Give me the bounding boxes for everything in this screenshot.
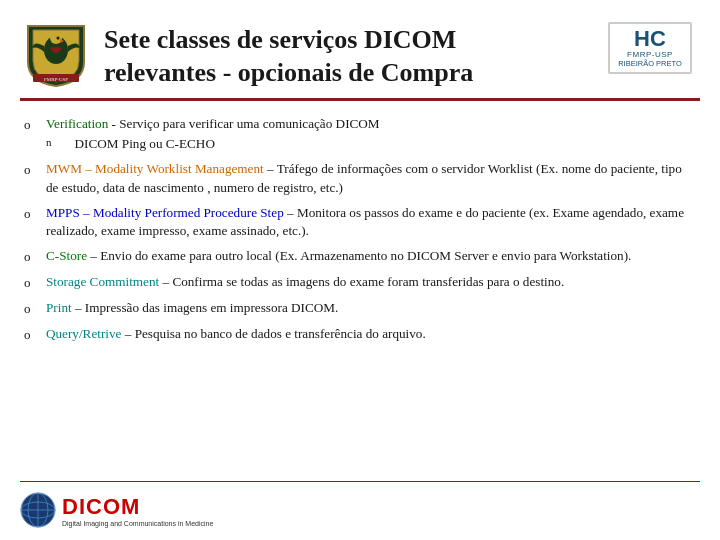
hc-text: HC [634, 28, 666, 50]
footer-divider [20, 481, 700, 483]
bullet-text: Verification - Serviço para verificar um… [46, 115, 696, 153]
list-item: o MWM – Modality Worklist Management – T… [24, 160, 696, 196]
dicom-footer-logo: DICOM Digital Imaging and Communications… [20, 492, 213, 528]
colored-term: Query/Retrive [46, 326, 121, 341]
bullet-icon: o [24, 205, 46, 223]
bullet-icon: o [24, 300, 46, 318]
title-line2: relevantes - opcionais de Compra [104, 58, 473, 87]
bullet-icon: o [24, 161, 46, 179]
header: FMRP-USP Sete classes de serviços DICOM … [0, 0, 720, 98]
dicom-globe-icon [20, 492, 56, 528]
bullet-text: Print – Impressão das imagens em impress… [46, 299, 696, 317]
svg-point-2 [57, 37, 60, 40]
bullet-icon: o [24, 274, 46, 292]
sub-bullet-icon: n [46, 135, 68, 150]
rp-text: RIBEIRÃO PRETO [618, 59, 682, 68]
list-item: o MPPS – Modality Performed Procedure St… [24, 204, 696, 240]
left-logo: FMRP-USP [20, 18, 92, 90]
bullet-list: o Verification - Serviço para verificar … [24, 115, 696, 344]
title-block: Sete classes de serviços DICOM relevante… [104, 18, 588, 89]
colored-term: Verification [46, 116, 108, 131]
bullet-text: Query/Retrive – Pesquisa no banco de dad… [46, 325, 696, 343]
colored-term: Print [46, 300, 72, 315]
bullet-text: Storage Commitment – Confirma se todas a… [46, 273, 696, 291]
dicom-logo-text: DICOM [62, 494, 140, 520]
bullet-icon: o [24, 116, 46, 134]
bullet-text: C-Store – Envio do exame para outro loca… [46, 247, 696, 265]
bullet-icon: o [24, 248, 46, 266]
fmrp-text: FMRP-USP [627, 50, 673, 59]
main-title: Sete classes de serviços DICOM relevante… [104, 24, 588, 89]
sub-bullet: n DICOM Ping ou C-ECHO [46, 135, 696, 153]
bullet-text: MPPS – Modality Performed Procedure Step… [46, 204, 696, 240]
list-item: o Storage Commitment – Confirma se todas… [24, 273, 696, 292]
slide: FMRP-USP Sete classes de serviços DICOM … [0, 0, 720, 540]
bullet-text: MWM – Modality Worklist Management – Trá… [46, 160, 696, 196]
list-item: o Verification - Serviço para verificar … [24, 115, 696, 153]
sub-bullet-text: DICOM Ping ou C-ECHO [68, 135, 215, 153]
colored-term: MPPS – Modality Performed Procedure Step [46, 205, 284, 220]
list-item: o Query/Retrive – Pesquisa no banco de d… [24, 325, 696, 344]
footer: DICOM Digital Imaging and Communications… [0, 492, 720, 528]
content-area: o Verification - Serviço para verificar … [0, 115, 720, 344]
colored-term: C-Store [46, 248, 87, 263]
list-item: o C-Store – Envio do exame para outro lo… [24, 247, 696, 266]
colored-term: MWM – Modality Worklist Management [46, 161, 264, 176]
header-divider [20, 98, 700, 101]
svg-text:FMRP-USP: FMRP-USP [44, 77, 68, 82]
right-logo: HC FMRP-USP RIBEIRÃO PRETO [600, 18, 700, 78]
bullet-icon: o [24, 326, 46, 344]
dicom-logo-subtitle: Digital Imaging and Communications in Me… [62, 520, 213, 527]
title-line1: Sete classes de serviços DICOM [104, 25, 456, 54]
list-item: o Print – Impressão das imagens em impre… [24, 299, 696, 318]
colored-term: Storage Commitment [46, 274, 159, 289]
